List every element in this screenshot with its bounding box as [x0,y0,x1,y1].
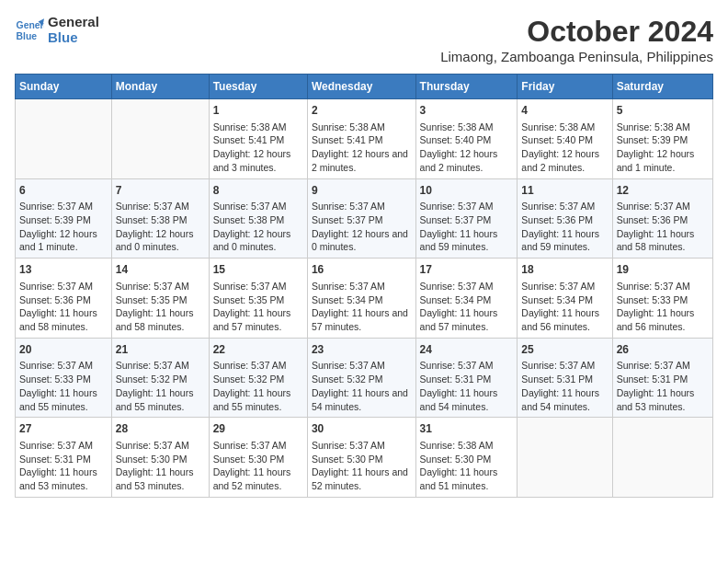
day-info: Sunset: 5:32 PM [312,373,412,386]
day-number: 29 [213,421,303,437]
day-info: Daylight: 12 hours and 2 minutes. [312,147,412,174]
calendar-cell: 6Sunrise: 5:37 AMSunset: 5:39 PMDaylight… [16,178,112,259]
day-number: 3 [420,103,514,119]
calendar-cell: 3Sunrise: 5:38 AMSunset: 5:40 PMDaylight… [415,99,518,179]
day-info: Sunset: 5:34 PM [521,293,608,307]
calendar-cell: 16Sunrise: 5:37 AMSunset: 5:34 PMDayligh… [307,259,415,339]
day-info: Daylight: 11 hours and 54 minutes. [521,386,608,413]
day-info: Daylight: 12 hours and 0 minutes. [116,227,205,254]
day-info: Sunrise: 5:38 AM [521,121,608,134]
header-wednesday: Wednesday [307,75,415,99]
calendar-cell [16,99,112,179]
day-info: Sunrise: 5:37 AM [521,280,608,293]
day-info: Daylight: 11 hours and 58 minutes. [19,306,108,333]
day-info: Sunset: 5:37 PM [312,213,412,227]
day-info: Daylight: 11 hours and 57 minutes. [213,306,303,333]
calendar-cell [518,418,612,498]
calendar-cell: 21Sunrise: 5:37 AMSunset: 5:32 PMDayligh… [111,338,209,418]
calendar-cell [111,99,209,179]
calendar-cell: 25Sunrise: 5:37 AMSunset: 5:31 PMDayligh… [518,338,612,418]
day-number: 4 [521,103,608,119]
day-info: Sunrise: 5:37 AM [420,200,514,213]
day-number: 24 [420,342,514,358]
day-number: 18 [521,262,608,278]
location-title: Limaong, Zamboanga Peninsula, Philippine… [440,49,713,64]
day-info: Daylight: 11 hours and 53 minutes. [19,465,108,492]
calendar-cell: 11Sunrise: 5:37 AMSunset: 5:36 PMDayligh… [518,178,612,259]
day-number: 2 [312,103,412,119]
calendar-body: 1Sunrise: 5:38 AMSunset: 5:41 PMDaylight… [16,99,713,498]
header-monday: Monday [111,75,209,99]
day-info: Daylight: 11 hours and 56 minutes. [617,306,709,333]
day-info: Daylight: 12 hours and 0 minutes. [312,227,412,254]
day-info: Sunrise: 5:37 AM [312,280,412,293]
day-info: Daylight: 11 hours and 54 minutes. [420,386,514,413]
logo-icon: General Blue [15,16,44,45]
day-number: 19 [617,262,709,278]
day-info: Sunset: 5:30 PM [420,453,514,466]
day-info: Sunrise: 5:37 AM [116,200,205,213]
day-number: 27 [19,421,108,437]
day-info: Sunset: 5:39 PM [617,133,709,147]
day-info: Sunrise: 5:37 AM [312,359,412,373]
calendar-cell: 29Sunrise: 5:37 AMSunset: 5:30 PMDayligh… [209,418,307,498]
day-info: Sunrise: 5:38 AM [420,439,514,453]
day-info: Sunset: 5:39 PM [19,213,108,227]
day-number: 9 [312,183,412,199]
calendar-cell: 2Sunrise: 5:38 AMSunset: 5:41 PMDaylight… [307,99,415,179]
calendar-cell: 1Sunrise: 5:38 AMSunset: 5:41 PMDaylight… [209,99,307,179]
day-info: Sunrise: 5:37 AM [420,359,514,373]
calendar-cell: 28Sunrise: 5:37 AMSunset: 5:30 PMDayligh… [111,418,209,498]
logo-blue: Blue [48,30,99,46]
calendar-cell: 19Sunrise: 5:37 AMSunset: 5:33 PMDayligh… [612,259,712,339]
day-info: Daylight: 12 hours and 2 minutes. [420,147,514,174]
day-info: Sunset: 5:34 PM [312,293,412,307]
day-number: 21 [116,342,205,358]
day-number: 23 [312,342,412,358]
calendar-cell: 30Sunrise: 5:37 AMSunset: 5:30 PMDayligh… [307,418,415,498]
day-info: Sunrise: 5:37 AM [213,359,303,373]
day-info: Sunrise: 5:37 AM [521,359,608,373]
calendar-week-4: 20Sunrise: 5:37 AMSunset: 5:33 PMDayligh… [16,338,713,418]
calendar-cell: 23Sunrise: 5:37 AMSunset: 5:32 PMDayligh… [307,338,415,418]
header-friday: Friday [518,75,612,99]
calendar-cell: 7Sunrise: 5:37 AMSunset: 5:38 PMDaylight… [111,178,209,259]
calendar-cell: 9Sunrise: 5:37 AMSunset: 5:37 PMDaylight… [307,178,415,259]
day-info: Sunrise: 5:37 AM [19,439,108,453]
day-info: Sunset: 5:37 PM [420,213,514,227]
day-number: 28 [116,421,205,437]
day-info: Daylight: 11 hours and 55 minutes. [213,386,303,413]
day-info: Daylight: 11 hours and 54 minutes. [312,386,412,413]
calendar-cell: 12Sunrise: 5:37 AMSunset: 5:36 PMDayligh… [612,178,712,259]
day-info: Sunset: 5:36 PM [617,213,709,227]
day-info: Sunset: 5:40 PM [420,133,514,147]
day-info: Sunset: 5:31 PM [617,373,709,386]
day-info: Daylight: 12 hours and 1 minute. [617,147,709,174]
header-tuesday: Tuesday [209,75,307,99]
calendar-cell: 13Sunrise: 5:37 AMSunset: 5:36 PMDayligh… [16,259,112,339]
calendar-week-3: 13Sunrise: 5:37 AMSunset: 5:36 PMDayligh… [16,259,713,339]
title-block: October 2024 Limaong, Zamboanga Peninsul… [440,15,713,64]
day-info: Sunset: 5:41 PM [213,133,303,147]
day-info: Sunrise: 5:37 AM [213,200,303,213]
day-info: Daylight: 11 hours and 55 minutes. [19,386,108,413]
day-info: Daylight: 11 hours and 58 minutes. [617,227,709,254]
day-number: 31 [420,421,514,437]
day-info: Daylight: 12 hours and 2 minutes. [521,147,608,174]
calendar-cell: 24Sunrise: 5:37 AMSunset: 5:31 PMDayligh… [415,338,518,418]
calendar-week-1: 1Sunrise: 5:38 AMSunset: 5:41 PMDaylight… [16,99,713,179]
day-info: Sunrise: 5:38 AM [617,121,709,134]
day-info: Sunset: 5:34 PM [420,293,514,307]
calendar-week-2: 6Sunrise: 5:37 AMSunset: 5:39 PMDaylight… [16,178,713,259]
calendar-week-5: 27Sunrise: 5:37 AMSunset: 5:31 PMDayligh… [16,418,713,498]
day-info: Sunset: 5:32 PM [213,373,303,386]
day-info: Daylight: 11 hours and 55 minutes. [116,386,205,413]
day-number: 7 [116,183,205,199]
day-info: Sunrise: 5:37 AM [19,200,108,213]
day-info: Daylight: 11 hours and 53 minutes. [617,386,709,413]
day-info: Daylight: 11 hours and 51 minutes. [420,465,514,492]
day-info: Sunrise: 5:37 AM [213,280,303,293]
calendar-table: SundayMondayTuesdayWednesdayThursdayFrid… [15,74,713,498]
day-number: 1 [213,103,303,119]
day-info: Sunrise: 5:37 AM [213,439,303,453]
